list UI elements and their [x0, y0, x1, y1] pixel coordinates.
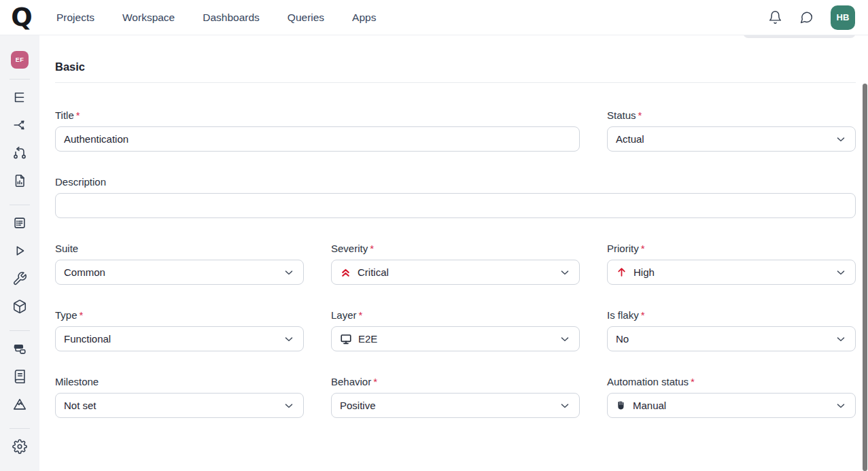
- suite-select[interactable]: Common: [55, 260, 304, 285]
- qase-logo[interactable]: Q: [9, 0, 35, 35]
- field-priority: Priority* High: [607, 243, 856, 285]
- field-type: Type* Functional: [55, 309, 304, 351]
- defects-icon[interactable]: [12, 341, 28, 357]
- is-flaky-label: Is flaky*: [607, 309, 856, 321]
- chevron-down-icon: [835, 333, 847, 345]
- sidebar-divider: [10, 79, 30, 80]
- milestone-select[interactable]: Not set: [55, 393, 304, 418]
- chat-icon[interactable]: [799, 10, 814, 24]
- top-navigation-bar: Q Projects Workspace Dashboards Queries …: [0, 0, 868, 35]
- priority-select[interactable]: High: [607, 260, 856, 285]
- mountain-icon[interactable]: [12, 396, 28, 413]
- chevron-down-icon: [283, 333, 295, 345]
- layer-value: E2E: [358, 333, 377, 345]
- field-suite: Suite Common: [55, 243, 304, 285]
- chevron-down-icon: [559, 266, 571, 279]
- split-arrow-icon[interactable]: [12, 117, 28, 133]
- chevron-down-icon: [559, 333, 571, 345]
- monitor-icon: [340, 333, 352, 345]
- field-title: Title*: [55, 109, 580, 152]
- field-layer: Layer* E2E: [331, 309, 580, 351]
- required-marker: *: [359, 309, 363, 321]
- field-behavior: Behavior* Positive: [331, 376, 580, 418]
- field-status: Status* Actual: [607, 109, 856, 152]
- arrow-up-icon: [616, 266, 627, 278]
- type-label: Type*: [55, 309, 304, 321]
- is-flaky-value: No: [616, 333, 629, 345]
- status-value: Actual: [616, 133, 644, 145]
- user-avatar[interactable]: HB: [831, 5, 855, 30]
- project-badge[interactable]: EF: [11, 51, 29, 69]
- status-select[interactable]: Actual: [607, 126, 856, 152]
- behavior-label: Behavior*: [331, 376, 580, 387]
- required-marker: *: [373, 376, 377, 387]
- required-marker: *: [691, 376, 695, 387]
- suite-value: Common: [64, 266, 105, 278]
- chevron-down-icon: [835, 266, 847, 279]
- left-sidebar: EF: [0, 35, 39, 471]
- field-is-flaky: Is flaky* No: [607, 309, 856, 351]
- nav-item-apps[interactable]: Apps: [352, 12, 376, 24]
- section-title-basic: Basic: [55, 60, 856, 83]
- priority-value: High: [633, 266, 655, 278]
- main-nav: Projects Workspace Dashboards Queries Ap…: [56, 12, 376, 24]
- required-marker: *: [641, 309, 645, 321]
- chevron-down-icon: [283, 400, 295, 412]
- severity-select[interactable]: Critical: [331, 260, 580, 285]
- description-input[interactable]: [55, 193, 856, 218]
- milestone-label: Milestone: [55, 376, 304, 387]
- bell-icon[interactable]: [768, 10, 782, 24]
- behavior-value: Positive: [340, 400, 376, 411]
- wrench-icon[interactable]: [12, 271, 28, 287]
- type-select[interactable]: Functional: [55, 326, 304, 351]
- nav-item-projects[interactable]: Projects: [56, 12, 94, 24]
- title-label: Title*: [55, 109, 580, 121]
- book-icon[interactable]: [12, 368, 28, 385]
- required-marker: *: [641, 243, 645, 254]
- sidebar-divider: [10, 428, 30, 429]
- type-value: Functional: [64, 333, 111, 345]
- automation-status-select[interactable]: Manual: [607, 393, 856, 418]
- status-label: Status*: [607, 109, 856, 121]
- field-severity: Severity* Critical: [331, 243, 580, 285]
- gear-icon[interactable]: [12, 438, 28, 455]
- report-icon[interactable]: [12, 173, 28, 189]
- required-marker: *: [80, 309, 84, 321]
- nav-item-queries[interactable]: Queries: [288, 12, 324, 24]
- cube-icon[interactable]: [12, 298, 28, 315]
- is-flaky-select[interactable]: No: [607, 326, 856, 351]
- title-input[interactable]: [55, 126, 580, 152]
- double-chevron-up-icon: [340, 266, 351, 278]
- chevron-down-icon: [283, 266, 295, 279]
- layer-label: Layer*: [331, 309, 580, 321]
- list-icon[interactable]: [12, 215, 28, 231]
- topnav-right: HB: [768, 5, 868, 30]
- main-content: Create test case Configure fields Basic …: [39, 13, 868, 418]
- sidebar-divider: [10, 330, 30, 331]
- vertical-scrollbar[interactable]: [863, 84, 867, 471]
- automation-status-value: Manual: [633, 400, 666, 411]
- play-icon[interactable]: [12, 243, 28, 259]
- required-marker: *: [370, 243, 374, 254]
- field-automation-status: Automation status* Manual: [607, 376, 856, 418]
- required-marker: *: [76, 109, 80, 121]
- chevron-down-icon: [835, 400, 847, 412]
- milestone-value: Not set: [64, 400, 97, 411]
- field-description: Description: [55, 176, 856, 218]
- severity-label: Severity*: [331, 243, 580, 254]
- layer-select[interactable]: E2E: [331, 326, 580, 351]
- description-label: Description: [55, 176, 856, 188]
- chevron-down-icon: [559, 400, 571, 412]
- behavior-select[interactable]: Positive: [331, 393, 580, 418]
- sidebar-divider: [10, 205, 30, 205]
- tree-list-icon[interactable]: [12, 89, 28, 105]
- priority-label: Priority*: [607, 243, 856, 254]
- nav-item-workspace[interactable]: Workspace: [122, 12, 175, 24]
- hand-icon: [616, 400, 627, 411]
- shared-steps-icon[interactable]: [12, 145, 28, 161]
- field-milestone: Milestone Not set: [55, 376, 304, 418]
- nav-item-dashboards[interactable]: Dashboards: [203, 12, 260, 24]
- severity-value: Critical: [358, 266, 389, 278]
- automation-status-label: Automation status*: [607, 376, 856, 387]
- suite-label: Suite: [55, 243, 304, 254]
